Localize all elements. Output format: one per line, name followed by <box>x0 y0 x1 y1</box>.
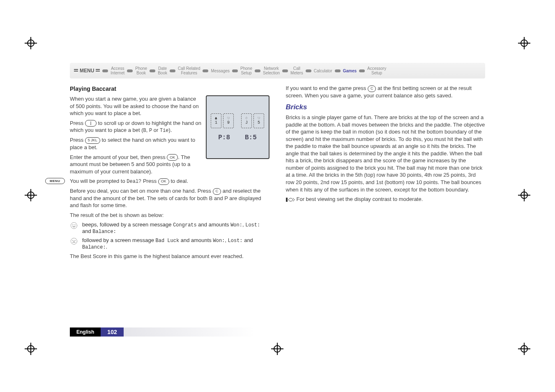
card-rank: 5 <box>258 121 260 125</box>
crop-mark-mid-right <box>518 189 530 201</box>
footer-tail <box>124 327 255 337</box>
breadcrumb-separator <box>170 69 175 72</box>
c-key-icon: C <box>368 85 376 92</box>
b-score: B:5 <box>245 134 257 141</box>
card-rank: 1 <box>215 121 217 125</box>
breadcrumb-item: Phone Book <box>135 66 147 75</box>
crop-mark-top-right <box>518 37 530 49</box>
card: ♣ 1 <box>211 113 221 128</box>
result-text: followed by a screen message Bad Luck an… <box>82 237 269 250</box>
svg-point-4 <box>73 224 74 225</box>
breadcrumb: MENU Access Internet Phone Book Date Boo… <box>70 63 485 78</box>
breadcrumb-item: Call Related Features <box>178 66 200 75</box>
c-key-icon: C <box>213 188 221 195</box>
breadcrumb-menu-label: MENU <box>80 68 94 74</box>
breadcrumb-separator <box>102 69 108 72</box>
crop-mark-bottom-left <box>25 343 37 355</box>
breadcrumb-item: Date Book <box>158 66 167 75</box>
page-footer: English 102 <box>70 327 255 337</box>
section-heading-baccarat: Playing Baccarat <box>70 85 269 92</box>
svg-point-3 <box>71 222 77 228</box>
crop-mark-bottom-center <box>271 343 283 355</box>
five-key-icon: 5 JKL <box>85 137 100 144</box>
svg-point-5 <box>75 224 76 225</box>
crop-mark-mid-left <box>25 189 37 201</box>
svg-rect-9 <box>286 198 288 202</box>
breadcrumb-item: Network Selection <box>263 66 280 75</box>
ok-key-icon: OK <box>167 154 178 161</box>
frown-icon <box>70 237 78 245</box>
footer-language: English <box>70 327 101 337</box>
menu-key-badge: MENU <box>45 178 65 184</box>
p-score: P:8 <box>218 134 230 141</box>
crop-mark-bottom-right <box>518 343 530 355</box>
ok-key-icon: OK <box>158 178 169 185</box>
body-text: You will be prompted to Deal? Press OK t… <box>70 178 269 185</box>
card: ♢ J <box>241 113 252 128</box>
footer-page-number: 102 <box>101 327 123 337</box>
breadcrumb-item: Phone Setup <box>240 66 252 75</box>
note-icon <box>286 197 295 203</box>
breadcrumb-separator <box>255 69 260 72</box>
breadcrumb-item-active: Games <box>343 69 357 73</box>
card-suit: ♢ <box>245 117 248 121</box>
svg-point-6 <box>71 238 77 244</box>
svg-point-8 <box>75 240 76 241</box>
svg-point-1 <box>90 123 91 124</box>
breadcrumb-item: Access Internet <box>111 66 124 75</box>
breadcrumb-item: Messages <box>211 69 230 73</box>
smile-icon <box>70 221 78 230</box>
breadcrumb-item: Accessory Setup <box>367 66 386 75</box>
card-rank: 9 <box>227 121 230 125</box>
breadcrumb-item: Calculator <box>314 69 332 73</box>
phone-screen-illustration: ♣ 1 ♡ 9 ♢ J ♡ <box>206 95 269 159</box>
breadcrumb-separator <box>306 69 311 72</box>
result-text: beeps, followed by a screen message Cong… <box>82 221 269 235</box>
breadcrumb-separator <box>232 69 238 72</box>
left-column: Playing Baccarat ♣ 1 ♡ 9 <box>70 82 269 262</box>
breadcrumb-separator <box>282 69 288 72</box>
breadcrumb-menu-icon: MENU <box>74 68 100 74</box>
body-text: Bricks is a single player game of fun. T… <box>286 114 486 193</box>
right-column: If you want to end the game press C at t… <box>286 82 486 262</box>
body-text: Before you deal, you can bet on more tha… <box>70 187 269 209</box>
breadcrumb-separator <box>335 69 341 72</box>
result-happy: beeps, followed by a screen message Cong… <box>70 221 269 235</box>
scroll-key-icon <box>85 120 97 127</box>
body-text: If you want to end the game press C at t… <box>286 85 486 99</box>
card-rank: J <box>245 121 248 125</box>
card-suit: ♡ <box>227 117 230 121</box>
section-heading-bricks: Bricks <box>286 103 486 111</box>
breadcrumb-separator <box>150 69 155 72</box>
crop-mark-top-left <box>25 37 37 49</box>
breadcrumb-separator <box>203 69 208 72</box>
card: ♡ 9 <box>223 113 234 128</box>
card: ♡ 5 <box>253 113 264 128</box>
body-text: The result of the bet is shown as below: <box>70 212 269 219</box>
breadcrumb-separator <box>127 69 133 72</box>
body-text: The Best Score in this game is the highe… <box>70 253 269 260</box>
result-sad: followed by a screen message Bad Luck an… <box>70 237 269 250</box>
card-suit: ♡ <box>258 117 260 121</box>
breadcrumb-separator <box>359 69 365 72</box>
note-text: For best viewing set the display contras… <box>286 196 486 203</box>
card-suit: ♣ <box>215 117 217 121</box>
svg-point-7 <box>73 240 74 241</box>
breadcrumb-item: Call Meters <box>290 66 303 75</box>
